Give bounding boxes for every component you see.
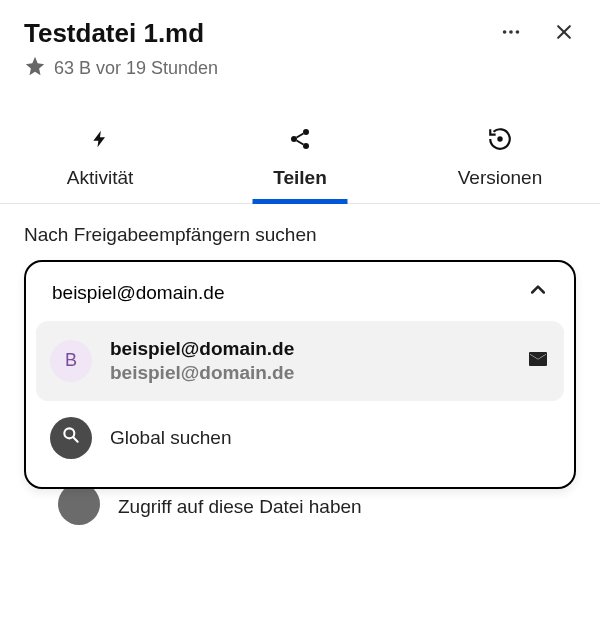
bolt-icon bbox=[90, 126, 110, 157]
tab-activity-label: Aktivität bbox=[67, 167, 134, 189]
close-icon bbox=[554, 22, 574, 45]
tabs: Aktivität Teilen Versionen bbox=[0, 118, 600, 204]
tab-versions[interactable]: Versionen bbox=[400, 118, 600, 203]
share-search-input[interactable] bbox=[52, 282, 528, 304]
share-link-row: Zugriff auf diese Datei haben bbox=[24, 495, 576, 525]
more-icon bbox=[500, 21, 522, 46]
svg-point-7 bbox=[303, 143, 309, 149]
svg-line-10 bbox=[74, 438, 78, 442]
file-meta: 63 B vor 19 Stunden bbox=[54, 58, 218, 79]
global-search-label: Global suchen bbox=[110, 427, 231, 449]
file-title: Testdatei 1.md bbox=[24, 18, 204, 49]
tab-share[interactable]: Teilen bbox=[200, 118, 400, 203]
close-button[interactable] bbox=[552, 20, 576, 47]
mail-icon bbox=[526, 347, 550, 375]
share-link-hint: Zugriff auf diese Datei haben bbox=[118, 495, 362, 520]
link-avatar bbox=[58, 483, 100, 525]
svg-point-2 bbox=[516, 30, 520, 34]
tab-share-label: Teilen bbox=[273, 167, 327, 189]
tab-versions-label: Versionen bbox=[458, 167, 543, 189]
svg-point-1 bbox=[509, 30, 513, 34]
suggestion-secondary: beispiel@domain.de bbox=[110, 361, 508, 385]
share-search-label: Nach Freigabeempfängern suchen bbox=[24, 224, 576, 246]
global-search-item[interactable]: Global suchen bbox=[26, 401, 574, 475]
share-suggestion-item[interactable]: B beispiel@domain.de beispiel@domain.de bbox=[36, 321, 564, 401]
svg-point-5 bbox=[303, 129, 309, 135]
history-icon bbox=[487, 126, 513, 157]
more-menu-button[interactable] bbox=[498, 19, 524, 48]
star-icon[interactable] bbox=[24, 55, 46, 82]
search-icon bbox=[61, 425, 81, 450]
share-search-dropdown: B beispiel@domain.de beispiel@domain.de … bbox=[24, 260, 576, 489]
suggestion-primary: beispiel@domain.de bbox=[110, 337, 508, 361]
share-icon bbox=[288, 126, 312, 157]
svg-point-6 bbox=[291, 136, 297, 142]
search-avatar bbox=[50, 417, 92, 459]
avatar: B bbox=[50, 340, 92, 382]
chevron-up-icon[interactable] bbox=[528, 280, 548, 305]
svg-point-8 bbox=[498, 137, 501, 140]
tab-activity[interactable]: Aktivität bbox=[0, 118, 200, 203]
svg-point-0 bbox=[503, 30, 507, 34]
